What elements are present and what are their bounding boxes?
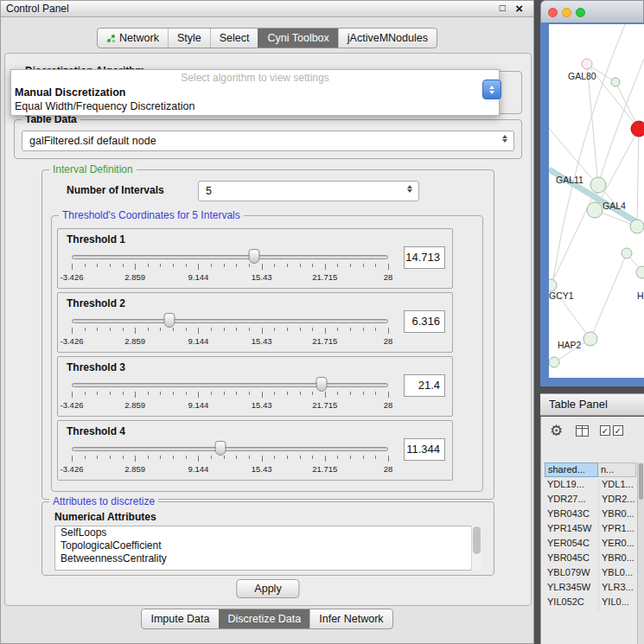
combobox-arrows-icon[interactable] [499,134,511,148]
network-svg[interactable]: GAL80GAL11GAL4GCY1HAP2H [549,24,644,378]
number-of-intervals-combobox[interactable]: 5 [198,181,419,201]
slider-track[interactable] [72,447,388,451]
threshold-value-field[interactable]: 14.713 [404,246,445,269]
table-cell[interactable]: YDL1... [598,479,636,494]
table-cell[interactable]: YLR3... [598,582,636,596]
tick-mark [85,392,86,395]
threshold-value-field[interactable]: 11.344 [404,438,445,461]
algorithm-option[interactable]: Manual Discretization [11,86,499,99]
table-cell[interactable]: YBR045C [545,552,598,567]
threshold-slider[interactable]: -3.4262.8599.14415.4321.71528 [72,248,388,286]
network-node[interactable] [590,177,606,193]
algorithm-option[interactable]: Equal Width/Frequency Discretization [11,99,499,113]
network-canvas[interactable]: GAL80GAL11GAL4GCY1HAP2H [549,24,644,378]
threshold-value-field[interactable]: 6.316 [404,310,445,333]
network-node[interactable] [549,357,559,367]
table-row[interactable]: YBR043CYBR0... [545,508,636,523]
network-node[interactable] [611,78,620,86]
algorithm-combobox-placeholder[interactable]: Select algorithm to view settings [11,70,499,86]
table-row[interactable]: YDL19...YDL1... [545,479,636,494]
network-node[interactable] [549,279,557,291]
tick-mark [85,328,86,331]
tick-mark [388,456,389,462]
minimize-traffic-light-icon[interactable] [562,8,571,17]
threshold-slider[interactable]: -3.4262.8599.14415.4321.71528 [72,376,388,414]
tab-style[interactable]: Style [168,29,210,48]
table-cell[interactable]: YDR27... [545,494,598,508]
float-window-icon[interactable]: □ [500,2,506,14]
tab-select[interactable]: Select [210,29,258,48]
table-row[interactable]: YIL052CYIL0... [545,596,636,611]
table-row[interactable]: YER054CYER0... [545,538,636,552]
network-node[interactable] [583,332,597,346]
tab-discretize-data[interactable]: Discretize Data [219,609,310,628]
tick-mark [388,392,389,398]
table-scrollbar[interactable] [637,462,644,644]
table-cell[interactable]: YBR0... [598,508,636,523]
table-cell[interactable]: YBR043C [545,508,598,523]
tick-mark [135,264,136,270]
threshold-slider[interactable]: -3.4262.8599.14415.4321.71528 [72,440,388,478]
table-cell[interactable]: YBL079W [545,567,598,582]
table-cell[interactable]: YER054C [545,538,598,552]
slider-track[interactable] [72,255,388,259]
table-row[interactable]: YDR27...YDR2... [545,494,636,508]
table-data-combobox[interactable]: galFiltered.sif default node [22,131,514,151]
tick-mark [123,456,124,459]
table-cell[interactable]: YBL0... [598,567,636,582]
threshold-value-field[interactable]: 21.4 [404,374,445,397]
attribute-item[interactable]: SelfLoops [55,526,481,539]
attribute-item[interactable]: BetweennessCentrality [55,552,481,565]
combobox-arrows-icon[interactable] [404,184,416,198]
algorithm-combobox-arrows-icon[interactable] [482,80,501,99]
slider-thumb[interactable] [215,441,226,456]
columns-icon[interactable] [576,425,589,437]
table-cell[interactable]: YBR0... [598,552,636,567]
table-cell[interactable]: YLR345W [545,582,598,596]
zoom-traffic-light-icon[interactable] [576,8,585,17]
scrollbar-thumb[interactable] [473,526,481,554]
table-row[interactable]: YPR145WYPR1... [545,523,636,538]
slider-thumb[interactable] [164,313,175,328]
network-window-titlebar[interactable] [540,0,644,22]
network-node[interactable] [636,266,644,278]
tab-impute-data[interactable]: Impute Data [142,609,218,628]
table-cell[interactable]: YIL052C [545,596,598,611]
checkbox-icon[interactable]: ✓ [600,425,610,436]
checkbox-icon[interactable]: ✓ [613,425,623,436]
close-window-icon[interactable]: × [515,1,523,16]
network-node[interactable] [630,220,644,233]
slider-track[interactable] [72,319,388,323]
gear-icon[interactable]: ⚙ [550,422,563,440]
threshold-slider[interactable]: -3.4262.8599.14415.4321.71528 [72,312,388,350]
tab-cyni-toolbox[interactable]: Cyni Toolbox [258,29,337,48]
slider-track[interactable] [72,383,388,387]
tab-jactivemnodules[interactable]: jActiveMNodules [338,29,437,48]
table-row[interactable]: YBL079WYBL0... [545,567,636,582]
table-cell[interactable]: YPR1... [598,523,636,538]
slider-thumb[interactable] [316,377,328,392]
network-node[interactable] [582,59,592,69]
tab-infer-network[interactable]: Infer Network [309,609,392,628]
slider-thumb[interactable] [249,249,260,264]
table-cell[interactable]: YPR145W [545,523,598,538]
column-header-name[interactable]: n... [598,462,636,477]
attribute-item[interactable]: TopologicalCoefficient [55,539,481,552]
network-node[interactable] [622,248,632,258]
column-header-shared-name[interactable]: shared... [545,462,598,477]
close-traffic-light-icon[interactable] [548,8,558,17]
table-cell[interactable]: YDL19... [545,479,598,494]
network-node[interactable] [587,202,603,218]
table-row[interactable]: YBR045CYBR0... [545,552,636,567]
table-cell[interactable]: YIL0... [598,596,636,611]
apply-button[interactable]: Apply [236,579,299,598]
scrollbar-thumb[interactable] [639,463,643,500]
tab-network[interactable]: Network [98,29,168,48]
network-node[interactable] [631,121,644,137]
table-cell[interactable]: YDR2... [598,494,636,508]
table-cell[interactable]: YER0... [598,538,636,552]
attributes-scrollbar[interactable] [471,526,481,571]
table-row[interactable]: YLR345WYLR3... [545,582,636,596]
numerical-attributes-list[interactable]: SelfLoopsTopologicalCoefficientBetweenne… [54,526,481,571]
tick-label: 15.43 [252,272,272,282]
